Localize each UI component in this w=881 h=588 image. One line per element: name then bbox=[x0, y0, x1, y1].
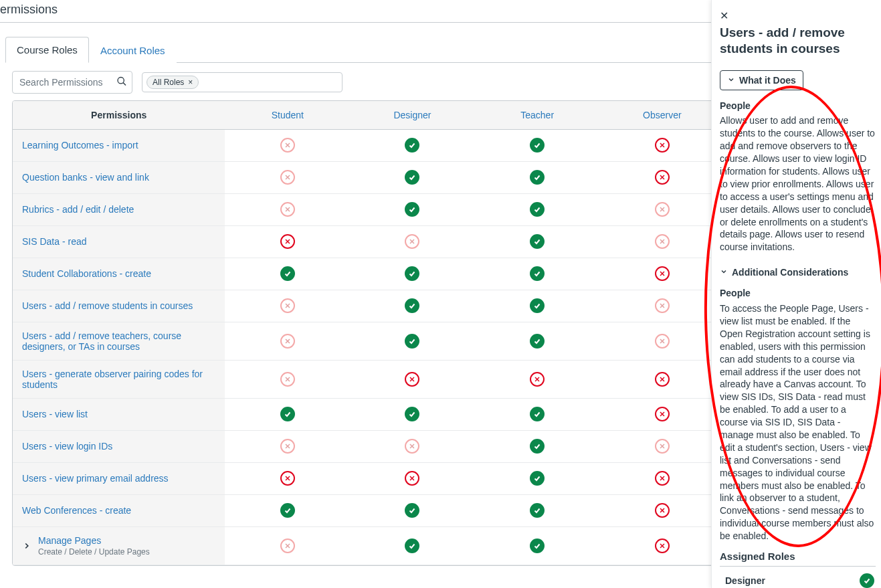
x-muted-icon[interactable] bbox=[655, 234, 670, 249]
x-icon[interactable] bbox=[655, 503, 670, 518]
permission-cell[interactable] bbox=[475, 398, 600, 430]
col-role-teacher[interactable]: Teacher bbox=[475, 101, 600, 129]
permission-cell[interactable] bbox=[600, 290, 725, 322]
permission-name-cell[interactable]: Manage PagesCreate / Delete / Update Pag… bbox=[13, 526, 225, 565]
tab-course-roles[interactable]: Course Roles bbox=[5, 37, 89, 63]
check-icon[interactable] bbox=[405, 407, 419, 421]
permission-cell[interactable] bbox=[350, 322, 475, 360]
x-muted-icon[interactable] bbox=[655, 202, 670, 217]
check-icon[interactable] bbox=[530, 471, 545, 486]
x-icon[interactable] bbox=[530, 372, 545, 387]
permission-name-cell[interactable]: SIS Data - read bbox=[13, 225, 225, 258]
permission-cell[interactable] bbox=[225, 193, 350, 225]
check-icon[interactable] bbox=[405, 266, 419, 281]
permission-name-cell[interactable]: Web Conferences - create bbox=[13, 494, 225, 526]
permission-cell[interactable] bbox=[475, 193, 600, 225]
search-input[interactable] bbox=[12, 71, 132, 94]
permission-cell[interactable] bbox=[225, 129, 350, 161]
permission-cell[interactable] bbox=[225, 290, 350, 322]
roles-filter[interactable]: All Roles × bbox=[142, 72, 342, 92]
permission-cell[interactable] bbox=[475, 161, 600, 193]
additional-considerations-toggle[interactable]: Additional Considerations bbox=[720, 267, 848, 278]
col-role-designer[interactable]: Designer bbox=[350, 101, 475, 129]
what-it-does-toggle[interactable]: What it Does bbox=[720, 70, 803, 90]
tab-account-roles[interactable]: Account Roles bbox=[89, 37, 177, 63]
check-icon[interactable] bbox=[530, 170, 545, 185]
x-icon[interactable] bbox=[655, 372, 670, 387]
permission-cell[interactable] bbox=[475, 526, 600, 565]
check-icon[interactable] bbox=[405, 503, 419, 518]
permission-cell[interactable] bbox=[350, 129, 475, 161]
permission-cell[interactable] bbox=[350, 161, 475, 193]
permission-cell[interactable] bbox=[350, 494, 475, 526]
permission-cell[interactable] bbox=[350, 258, 475, 290]
permission-cell[interactable] bbox=[475, 290, 600, 322]
permission-cell[interactable] bbox=[225, 360, 350, 398]
permission-cell[interactable] bbox=[600, 129, 725, 161]
x-icon[interactable] bbox=[655, 471, 670, 486]
permission-cell[interactable] bbox=[600, 225, 725, 258]
permission-cell[interactable] bbox=[475, 129, 600, 161]
check-icon[interactable] bbox=[530, 202, 545, 217]
close-icon[interactable]: ✕ bbox=[720, 9, 876, 22]
check-icon[interactable] bbox=[280, 503, 295, 518]
permission-cell[interactable] bbox=[225, 225, 350, 258]
permission-cell[interactable] bbox=[600, 462, 725, 494]
check-icon[interactable] bbox=[530, 439, 545, 454]
permission-name-cell[interactable]: Users - generate observer pairing codes … bbox=[13, 360, 225, 398]
permission-cell[interactable] bbox=[225, 462, 350, 494]
permission-cell[interactable] bbox=[475, 225, 600, 258]
permission-name-cell[interactable]: Rubrics - add / edit / delete bbox=[13, 193, 225, 225]
permission-cell[interactable] bbox=[475, 494, 600, 526]
permission-name-cell[interactable]: Users - view primary email address bbox=[13, 462, 225, 494]
col-role-student[interactable]: Student bbox=[225, 101, 350, 129]
permission-cell[interactable] bbox=[225, 526, 350, 565]
permission-cell[interactable] bbox=[225, 258, 350, 290]
permission-name-cell[interactable]: Users - add / remove students in courses bbox=[13, 290, 225, 322]
col-role-observer[interactable]: Observer bbox=[600, 101, 725, 129]
permission-cell[interactable] bbox=[225, 161, 350, 193]
check-icon[interactable] bbox=[405, 298, 419, 313]
x-icon[interactable] bbox=[280, 234, 295, 249]
permission-cell[interactable] bbox=[225, 398, 350, 430]
check-icon[interactable] bbox=[530, 407, 545, 421]
permission-cell[interactable] bbox=[475, 462, 600, 494]
permission-cell[interactable] bbox=[600, 193, 725, 225]
x-icon[interactable] bbox=[655, 407, 670, 421]
x-icon[interactable] bbox=[655, 138, 670, 153]
permission-cell[interactable] bbox=[600, 526, 725, 565]
check-icon[interactable] bbox=[530, 334, 545, 349]
permission-cell[interactable] bbox=[225, 494, 350, 526]
x-muted-icon[interactable] bbox=[405, 234, 419, 249]
roles-pill-remove-icon[interactable]: × bbox=[188, 78, 193, 87]
permission-cell[interactable] bbox=[600, 430, 725, 462]
permission-cell[interactable] bbox=[600, 161, 725, 193]
permission-name-cell[interactable]: Question banks - view and link bbox=[13, 161, 225, 193]
permission-cell[interactable] bbox=[475, 360, 600, 398]
permission-cell[interactable] bbox=[350, 360, 475, 398]
x-muted-icon[interactable] bbox=[280, 439, 295, 454]
permission-cell[interactable] bbox=[350, 430, 475, 462]
permission-name-cell[interactable]: Users - view login IDs bbox=[13, 430, 225, 462]
x-muted-icon[interactable] bbox=[280, 334, 295, 349]
x-muted-icon[interactable] bbox=[280, 372, 295, 387]
x-muted-icon[interactable] bbox=[280, 538, 295, 553]
check-icon[interactable] bbox=[405, 138, 419, 153]
permission-cell[interactable] bbox=[225, 430, 350, 462]
permission-cell[interactable] bbox=[475, 322, 600, 360]
permission-cell[interactable] bbox=[600, 360, 725, 398]
permission-cell[interactable] bbox=[350, 398, 475, 430]
x-icon[interactable] bbox=[655, 266, 670, 281]
permission-cell[interactable] bbox=[350, 526, 475, 565]
x-icon[interactable] bbox=[280, 471, 295, 486]
x-muted-icon[interactable] bbox=[280, 298, 295, 313]
permission-cell[interactable] bbox=[600, 494, 725, 526]
permission-cell[interactable] bbox=[600, 258, 725, 290]
chevron-right-icon[interactable] bbox=[22, 541, 31, 551]
x-muted-icon[interactable] bbox=[655, 439, 670, 454]
permission-cell[interactable] bbox=[350, 193, 475, 225]
permission-cell[interactable] bbox=[600, 322, 725, 360]
check-icon[interactable] bbox=[530, 234, 545, 249]
x-icon[interactable] bbox=[655, 538, 670, 553]
check-icon[interactable] bbox=[405, 538, 419, 553]
